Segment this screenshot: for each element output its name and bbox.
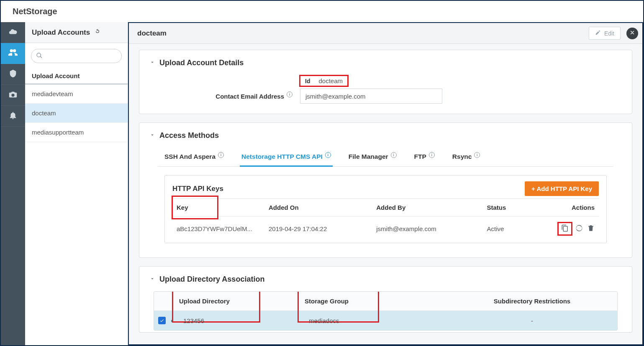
email-input[interactable] — [300, 89, 442, 104]
camera-icon — [8, 90, 18, 100]
add-api-key-button[interactable]: + Add HTTP API Key — [525, 181, 599, 196]
search-icon — [36, 52, 43, 60]
info-icon[interactable]: i — [391, 152, 397, 158]
added-by-value: jsmith@example.com — [372, 216, 482, 242]
delete-key-button[interactable] — [587, 224, 595, 233]
tab-ftp[interactable]: FTPi — [413, 150, 436, 167]
nav-cloud[interactable] — [1, 22, 25, 43]
copy-icon — [561, 226, 569, 233]
account-item[interactable]: mediasupportteam — [25, 123, 128, 142]
tab-http-cms-api[interactable]: Netstorage HTTP CMS APIi — [240, 150, 333, 167]
shield-icon — [8, 69, 18, 79]
info-icon[interactable]: i — [218, 152, 224, 158]
api-keys-card: HTTP API Keys + Add HTTP API Key Key Add… — [164, 175, 607, 243]
search-input[interactable] — [31, 49, 122, 63]
col-subdir-restrict: Subdirectory Restrictions — [447, 292, 617, 310]
upload-dir-panel: Upload Directory Association Upload Dire… — [139, 266, 632, 333]
info-icon[interactable]: i — [474, 152, 480, 158]
access-method-tabs: SSH And Asperai Netstorage HTTP CMS APIi… — [158, 146, 613, 167]
detail-title: docteam — [137, 29, 589, 38]
row-checkbox[interactable] — [158, 317, 166, 324]
account-column-header: Upload Account — [25, 67, 128, 84]
storage-group-value: mediadocs — [305, 311, 447, 330]
api-keys-table: Key Added On Added By Status Actions aBc… — [172, 198, 599, 241]
col-added-by: Added By — [372, 199, 482, 216]
subdir-restrict-value: - — [447, 311, 617, 330]
upload-dir-title: Upload Directory Association — [159, 275, 264, 284]
email-label: Contact Email Address — [216, 93, 284, 100]
api-keys-title: HTTP API Keys — [172, 185, 525, 193]
trash-icon — [587, 226, 595, 233]
check-icon — [159, 317, 164, 324]
expand-row-button[interactable] — [170, 317, 174, 324]
edit-button[interactable]: Edit — [589, 27, 621, 40]
nav-camera[interactable] — [1, 85, 25, 106]
disable-key-button[interactable] — [575, 224, 583, 233]
refresh-icon — [94, 28, 101, 36]
col-actions: Actions — [527, 199, 599, 216]
tab-file-manager[interactable]: File Manageri — [347, 150, 398, 167]
pencil-icon — [595, 30, 601, 37]
bell-icon — [8, 111, 18, 121]
account-list-panel: Upload Accounts Upload Account mediadevt… — [25, 22, 128, 345]
chevron-down-icon[interactable] — [149, 131, 155, 140]
added-on-value: 2019-04-29 17:04:22 — [264, 216, 372, 242]
tab-rsync[interactable]: Rsynci — [451, 150, 482, 167]
account-item[interactable]: docteam — [25, 104, 128, 123]
refresh-button[interactable] — [94, 28, 101, 37]
nav-notifications[interactable] — [1, 106, 25, 127]
nav-security[interactable] — [1, 64, 25, 85]
cloud-icon — [8, 27, 18, 38]
close-button[interactable] — [626, 28, 638, 39]
info-icon[interactable]: i — [325, 152, 331, 158]
id-label: Id — [305, 78, 310, 84]
id-value: docteam — [318, 77, 343, 84]
tab-ssh-aspera[interactable]: SSH And Asperai — [163, 150, 226, 167]
block-icon — [575, 226, 583, 233]
access-methods-title: Access Methods — [159, 131, 219, 140]
info-icon[interactable]: i — [429, 152, 435, 158]
info-icon[interactable]: i — [287, 92, 292, 97]
id-field-highlight: Id docteam — [300, 76, 348, 86]
upload-dir-row[interactable]: 123456 mediadocs - — [154, 311, 617, 330]
col-status: Status — [482, 199, 527, 216]
navigation-rail — [1, 22, 25, 345]
users-icon — [8, 48, 18, 59]
copy-key-button[interactable] — [559, 223, 571, 234]
account-list-header: Upload Accounts — [25, 22, 128, 43]
app-title: NetStorage — [1, 1, 643, 22]
triangle-right-icon — [170, 317, 174, 324]
account-details-panel: Upload Account Details Id docteam Contac… — [139, 50, 632, 114]
upload-dir-value: 123456 — [179, 311, 305, 330]
upload-dir-table: Upload Directory Storage Group Subdirect… — [154, 291, 618, 331]
api-key-row: aBc123D7YWFw7DUelM... 2019-04-29 17:04:2… — [172, 216, 599, 242]
col-key: Key — [172, 196, 218, 219]
nav-users[interactable] — [1, 43, 25, 64]
access-methods-panel: Access Methods SSH And Asperai Netstorag… — [139, 122, 632, 258]
account-list-title: Upload Accounts — [32, 28, 90, 37]
chevron-down-icon[interactable] — [149, 275, 155, 284]
col-added-on: Added On — [264, 199, 372, 216]
chevron-down-icon[interactable] — [149, 59, 155, 67]
detail-panel: docteam Edit Upload Account Details — [128, 22, 643, 345]
account-item[interactable]: mediadevteam — [25, 84, 128, 104]
status-value: Active — [482, 216, 527, 242]
edit-label: Edit — [604, 30, 614, 37]
key-value: aBc123D7YWFw7DUelM... — [172, 216, 264, 242]
close-icon — [629, 30, 635, 37]
account-details-title: Upload Account Details — [159, 59, 244, 67]
